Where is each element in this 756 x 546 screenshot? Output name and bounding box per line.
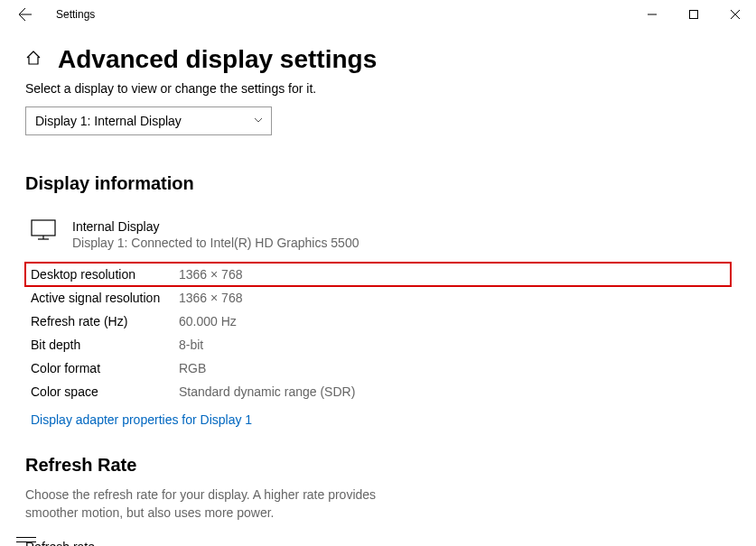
arrow-left-icon — [18, 7, 33, 22]
monitor-icon — [31, 219, 56, 250]
display-card: Internal Display Display 1: Connected to… — [31, 219, 731, 250]
label-color-space: Color space — [31, 384, 179, 399]
page-content: Advanced display settings Select a displ… — [0, 29, 756, 546]
display-name: Internal Display — [72, 219, 359, 234]
svg-rect-4 — [32, 220, 55, 236]
display-select[interactable]: Display 1: Internal Display — [25, 106, 272, 135]
row-color-space: Color space Standard dynamic range (SDR) — [25, 380, 731, 403]
value-active-resolution: 1366 × 768 — [179, 291, 242, 305]
label-refresh-rate: Refresh rate (Hz) — [31, 314, 179, 329]
window-controls — [631, 0, 756, 29]
label-color-format: Color format — [31, 361, 179, 375]
display-select-value: Display 1: Internal Display — [35, 114, 182, 128]
back-button[interactable] — [7, 0, 43, 29]
page-header: Advanced display settings — [25, 45, 731, 74]
page-subtitle: Select a display to view or change the s… — [25, 81, 731, 96]
adapter-properties-link[interactable]: Display adapter properties for Display 1 — [31, 412, 252, 427]
display-info-heading: Display information — [25, 173, 731, 194]
maximize-button[interactable] — [673, 0, 714, 29]
label-active-resolution: Active signal resolution — [31, 291, 179, 305]
row-color-format: Color format RGB — [25, 356, 731, 380]
minimize-icon — [648, 10, 657, 19]
bottom-indicator — [16, 537, 36, 542]
close-icon — [731, 10, 740, 19]
row-active-resolution: Active signal resolution 1366 × 768 — [25, 286, 731, 310]
value-desktop-resolution: 1366 × 768 — [179, 267, 242, 282]
home-button[interactable] — [25, 50, 42, 69]
display-connection: Display 1: Connected to Intel(R) HD Grap… — [72, 236, 359, 250]
label-bit-depth: Bit depth — [31, 338, 179, 352]
svg-rect-1 — [690, 11, 698, 19]
maximize-icon — [689, 10, 698, 19]
refresh-rate-section: Refresh Rate Choose the refresh rate for… — [25, 455, 731, 546]
value-bit-depth: 8-bit — [179, 338, 203, 352]
value-refresh-rate: 60.000 Hz — [179, 314, 237, 329]
value-color-space: Standard dynamic range (SDR) — [179, 384, 355, 399]
chevron-down-icon — [253, 115, 264, 127]
refresh-rate-field-label: Refresh rate — [25, 540, 731, 546]
close-button[interactable] — [714, 0, 756, 29]
row-bit-depth: Bit depth 8-bit — [25, 333, 731, 356]
window-title: Settings — [56, 8, 95, 21]
value-color-format: RGB — [179, 361, 206, 375]
label-desktop-resolution: Desktop resolution — [31, 267, 179, 282]
home-icon — [25, 50, 42, 66]
row-desktop-resolution: Desktop resolution 1366 × 768 — [25, 263, 731, 286]
refresh-rate-heading: Refresh Rate — [25, 455, 731, 476]
row-refresh-rate: Refresh rate (Hz) 60.000 Hz — [25, 310, 731, 333]
page-title: Advanced display settings — [58, 45, 377, 74]
display-info-grid: Desktop resolution 1366 × 768 Active sig… — [25, 263, 731, 403]
minimize-button[interactable] — [631, 0, 673, 29]
titlebar: Settings — [0, 0, 756, 29]
refresh-rate-description: Choose the refresh rate for your display… — [25, 486, 423, 522]
